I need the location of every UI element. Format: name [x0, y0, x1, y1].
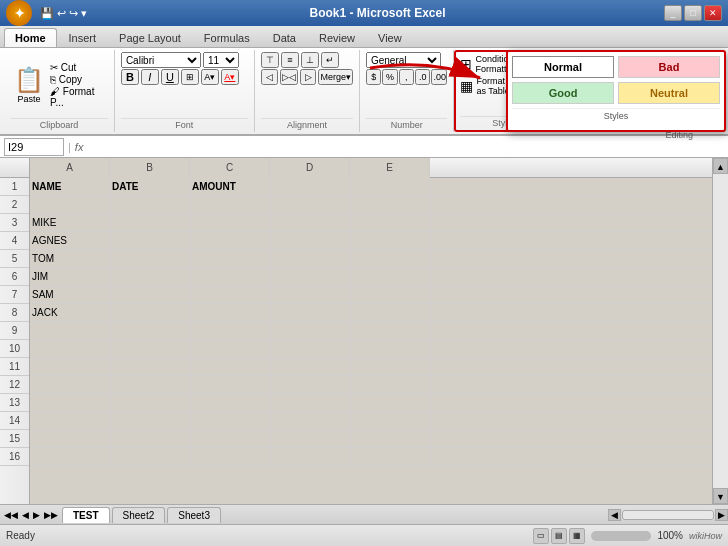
grid-cell[interactable]: [350, 196, 430, 214]
horizontal-scrollbar[interactable]: ◀ ▶: [608, 509, 728, 521]
grid-cell[interactable]: [190, 214, 270, 232]
cut-button[interactable]: ✂ Cut: [50, 62, 108, 73]
sheet-nav-last[interactable]: ▶▶: [42, 510, 60, 520]
sheet-tab-test[interactable]: TEST: [62, 507, 110, 523]
grid-cell[interactable]: [110, 340, 190, 358]
grid-cell[interactable]: [350, 214, 430, 232]
grid-cell[interactable]: [190, 196, 270, 214]
grid-cell[interactable]: [270, 250, 350, 268]
grid-cell[interactable]: [30, 430, 110, 448]
row-header-7[interactable]: 7: [0, 286, 29, 304]
font-color-button[interactable]: A▾: [221, 69, 239, 85]
align-top-button[interactable]: ⊤: [261, 52, 279, 68]
tab-data[interactable]: Data: [262, 28, 307, 47]
grid-cell[interactable]: [270, 214, 350, 232]
grid-cell[interactable]: [190, 286, 270, 304]
scroll-up-button[interactable]: ▲: [713, 158, 728, 174]
underline-button[interactable]: U: [161, 69, 179, 85]
grid-cell[interactable]: [190, 358, 270, 376]
row-header-4[interactable]: 4: [0, 232, 29, 250]
percent-button[interactable]: %: [382, 69, 397, 85]
grid-cell[interactable]: [350, 178, 430, 196]
col-header-a[interactable]: A: [30, 158, 110, 178]
grid-cell[interactable]: [190, 430, 270, 448]
grid-cell[interactable]: [350, 322, 430, 340]
grid-cell[interactable]: [110, 412, 190, 430]
grid-cell[interactable]: JIM: [30, 268, 110, 286]
grid-cell[interactable]: [270, 376, 350, 394]
grid-cell[interactable]: [270, 268, 350, 286]
row-header-3[interactable]: 3: [0, 214, 29, 232]
grid-cell[interactable]: [270, 340, 350, 358]
style-normal[interactable]: Normal: [512, 56, 614, 78]
grid-cell[interactable]: [190, 322, 270, 340]
grid-cell[interactable]: [350, 304, 430, 322]
close-button[interactable]: ✕: [704, 5, 722, 21]
row-header-12[interactable]: 12: [0, 376, 29, 394]
grid-cell[interactable]: [350, 448, 430, 466]
tab-view[interactable]: View: [367, 28, 413, 47]
grid-cell[interactable]: [30, 394, 110, 412]
grid-cell[interactable]: [350, 340, 430, 358]
grid-cell[interactable]: [190, 268, 270, 286]
grid-cell[interactable]: [270, 448, 350, 466]
tab-formulas[interactable]: Formulas: [193, 28, 261, 47]
grid-cell[interactable]: [110, 304, 190, 322]
row-header-8[interactable]: 8: [0, 304, 29, 322]
grid-cell[interactable]: [110, 214, 190, 232]
vertical-scrollbar[interactable]: ▲ ▼: [712, 158, 728, 504]
grid-cell[interactable]: AGNES: [30, 232, 110, 250]
grid-cell[interactable]: NAME: [30, 178, 110, 196]
grid-cell[interactable]: [350, 412, 430, 430]
italic-button[interactable]: I: [141, 69, 159, 85]
format-painter-button[interactable]: 🖌 Format P...: [50, 86, 108, 108]
grid-cell[interactable]: TOM: [30, 250, 110, 268]
tab-review[interactable]: Review: [308, 28, 366, 47]
grid-cell[interactable]: [30, 412, 110, 430]
zoom-slider[interactable]: [591, 531, 651, 541]
grid-cell[interactable]: [110, 394, 190, 412]
grid-cell[interactable]: [110, 448, 190, 466]
sheet-tab-sheet2[interactable]: Sheet2: [112, 507, 166, 523]
grid-cell[interactable]: [30, 448, 110, 466]
font-family-select[interactable]: Calibri: [121, 52, 201, 68]
grid-cell[interactable]: DATE: [110, 178, 190, 196]
grid-cell[interactable]: [350, 394, 430, 412]
number-format-select[interactable]: General: [366, 52, 441, 68]
scroll-right-button[interactable]: ▶: [715, 509, 728, 521]
grid-cell[interactable]: [110, 358, 190, 376]
align-bottom-button[interactable]: ⊥: [301, 52, 319, 68]
grid-cell[interactable]: [350, 358, 430, 376]
scroll-left-button[interactable]: ◀: [608, 509, 621, 521]
page-break-button[interactable]: ▦: [569, 528, 585, 544]
grid-cell[interactable]: [110, 322, 190, 340]
row-header-1[interactable]: 1: [0, 178, 29, 196]
tab-insert[interactable]: Insert: [58, 28, 108, 47]
increase-decimal-button[interactable]: .00: [431, 69, 447, 85]
row-header-14[interactable]: 14: [0, 412, 29, 430]
grid-cell[interactable]: [190, 448, 270, 466]
grid-cell[interactable]: [350, 286, 430, 304]
col-header-e[interactable]: E: [350, 158, 430, 178]
font-size-select[interactable]: 11: [203, 52, 239, 68]
align-middle-button[interactable]: ≡: [281, 52, 299, 68]
sheet-nav-first[interactable]: ◀◀: [2, 510, 20, 520]
tab-page-layout[interactable]: Page Layout: [108, 28, 192, 47]
currency-button[interactable]: $: [366, 69, 381, 85]
qat-dropdown-icon[interactable]: ▾: [81, 7, 87, 20]
tab-home[interactable]: Home: [4, 28, 57, 47]
copy-button[interactable]: ⎘ Copy: [50, 74, 108, 85]
grid-cell[interactable]: [190, 340, 270, 358]
grid-cell[interactable]: [190, 232, 270, 250]
row-header-5[interactable]: 5: [0, 250, 29, 268]
grid-cell[interactable]: [30, 322, 110, 340]
merge-button[interactable]: Merge▾: [318, 69, 353, 85]
grid-cell[interactable]: JACK: [30, 304, 110, 322]
grid-cell[interactable]: [270, 430, 350, 448]
formula-input[interactable]: [87, 141, 724, 153]
grid-cell[interactable]: [110, 232, 190, 250]
grid-cell[interactable]: [270, 304, 350, 322]
grid-cell[interactable]: [350, 376, 430, 394]
scroll-down-button[interactable]: ▼: [713, 488, 728, 504]
col-header-b[interactable]: B: [110, 158, 190, 178]
